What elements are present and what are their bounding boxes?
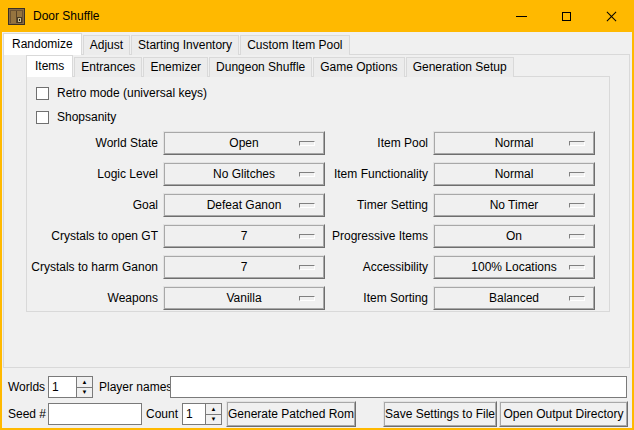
crystals-gt-value: 7	[241, 225, 248, 247]
world-state-label: World State	[26, 131, 158, 155]
item-functionality-value: Normal	[495, 163, 534, 185]
tab-game-options[interactable]: Game Options	[313, 57, 404, 77]
item-functionality-label: Item Functionality	[278, 162, 428, 186]
item-sorting-dropdown[interactable]: Balanced	[433, 286, 595, 310]
logic-level-value: No Glitches	[213, 163, 275, 185]
worlds-value: 1	[52, 377, 59, 397]
crystals-ganon-label: Crystals to harm Ganon	[26, 255, 158, 279]
item-pool-label: Item Pool	[278, 131, 428, 155]
count-value: 1	[186, 404, 193, 424]
menu-indicator-icon	[569, 172, 585, 177]
seed-input[interactable]	[48, 403, 142, 425]
window-title: Door Shuffle	[33, 9, 100, 23]
item-sorting-value: Balanced	[489, 287, 539, 309]
accessibility-value: 100% Locations	[471, 256, 556, 278]
player-names-label: Player names	[99, 376, 172, 398]
item-sorting-label: Item Sorting	[278, 286, 428, 310]
tab-enemizer[interactable]: Enemizer	[143, 57, 208, 77]
progressive-items-value: On	[506, 225, 522, 247]
minimize-button[interactable]	[499, 0, 544, 32]
count-label: Count	[146, 403, 178, 425]
menu-indicator-icon	[569, 234, 585, 239]
timer-setting-dropdown[interactable]: No Timer	[433, 193, 595, 217]
weapons-label: Weapons	[26, 286, 158, 310]
tab-randomize[interactable]: Randomize	[3, 33, 82, 55]
tab-dungeon-shuffle[interactable]: Dungeon Shuffle	[209, 57, 312, 77]
close-icon	[606, 11, 617, 22]
generate-patched-rom-button[interactable]: Generate Patched Rom	[226, 401, 356, 427]
sub-tab-bar: Items Entrances Enemizer Dungeon Shuffle…	[28, 55, 515, 77]
menu-indicator-icon	[569, 296, 585, 301]
open-output-directory-button[interactable]: Open Output Directory	[499, 401, 628, 427]
logic-level-label: Logic Level	[26, 162, 158, 186]
menu-indicator-icon	[569, 141, 585, 146]
count-spinner[interactable]: 1 ▲ ▼	[182, 403, 222, 425]
seed-label: Seed #	[8, 403, 46, 425]
world-state-value: Open	[229, 132, 258, 154]
weapons-value: Vanilla	[226, 287, 261, 309]
app-window: Door Shuffle Randomize Adjust Starting I…	[0, 0, 634, 430]
item-functionality-dropdown[interactable]: Normal	[433, 162, 595, 186]
tab-adjust[interactable]: Adjust	[83, 35, 130, 55]
goal-label: Goal	[26, 193, 158, 217]
retro-mode-checkbox-row: Retro mode (universal keys)	[36, 86, 207, 100]
window-controls	[499, 0, 634, 32]
tab-starting-inventory[interactable]: Starting Inventory	[131, 35, 239, 55]
maximize-button[interactable]	[544, 0, 589, 32]
shopsanity-checkbox[interactable]	[36, 111, 49, 124]
tab-items[interactable]: Items	[26, 55, 73, 77]
spin-down-icon[interactable]: ▼	[76, 388, 92, 398]
retro-mode-label: Retro mode (universal keys)	[57, 86, 207, 100]
worlds-label: Worlds	[8, 376, 45, 398]
accessibility-label: Accessibility	[278, 255, 428, 279]
item-pool-dropdown[interactable]: Normal	[433, 131, 595, 155]
goal-value: Defeat Ganon	[207, 194, 282, 216]
menu-indicator-icon	[569, 265, 585, 270]
shopsanity-checkbox-row: Shopsanity	[36, 110, 116, 124]
timer-setting-value: No Timer	[490, 194, 539, 216]
close-button[interactable]	[589, 0, 634, 32]
tab-entrances[interactable]: Entrances	[74, 57, 142, 77]
count-spin-buttons: ▲ ▼	[205, 404, 221, 424]
progressive-items-dropdown[interactable]: On	[433, 224, 595, 248]
player-names-input[interactable]	[170, 376, 627, 398]
menu-indicator-icon	[569, 203, 585, 208]
tab-custom-item-pool[interactable]: Custom Item Pool	[240, 35, 349, 55]
minimize-icon	[516, 16, 527, 17]
accessibility-dropdown[interactable]: 100% Locations	[433, 255, 595, 279]
spin-up-icon[interactable]: ▲	[76, 377, 92, 388]
spin-up-icon[interactable]: ▲	[205, 404, 221, 415]
shopsanity-label: Shopsanity	[57, 110, 116, 124]
retro-mode-checkbox[interactable]	[36, 87, 49, 100]
maximize-icon	[562, 12, 571, 21]
items-panel: Retro mode (universal keys) Shopsanity W…	[26, 76, 610, 312]
timer-setting-label: Timer Setting	[278, 193, 428, 217]
door-app-icon[interactable]	[8, 8, 25, 25]
worlds-spinner[interactable]: 1 ▲ ▼	[48, 376, 93, 398]
worlds-spin-buttons: ▲ ▼	[76, 377, 92, 397]
save-settings-button[interactable]: Save Settings to File	[383, 401, 497, 427]
spin-down-icon[interactable]: ▼	[205, 415, 221, 425]
title-bar: Door Shuffle	[0, 0, 634, 32]
bottom-bar: Worlds 1 ▲ ▼ Player names Seed # Count 1…	[0, 368, 634, 428]
crystals-gt-label: Crystals to open GT	[26, 224, 158, 248]
main-tab-bar: Randomize Adjust Starting Inventory Cust…	[5, 33, 351, 55]
tab-generation-setup[interactable]: Generation Setup	[406, 57, 514, 77]
crystals-ganon-value: 7	[241, 256, 248, 278]
item-pool-value: Normal	[495, 132, 534, 154]
progressive-items-label: Progressive Items	[278, 224, 428, 248]
